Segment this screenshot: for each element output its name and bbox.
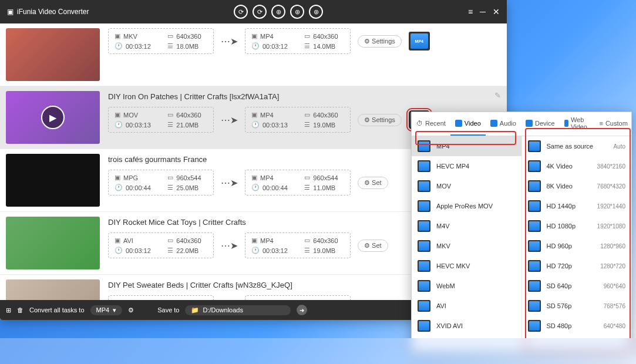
minimize-icon[interactable]: ─: [480, 7, 486, 16]
video-thumbnail[interactable]: [6, 217, 100, 269]
tab-recent[interactable]: ⏱ Recent: [412, 112, 450, 136]
format-icon: ▣: [251, 32, 257, 40]
size-icon: ☰: [167, 42, 173, 50]
format-option[interactable]: HEVC MP4: [412, 156, 521, 176]
settings-button[interactable]: ⚙ Settings: [358, 35, 402, 48]
close-icon[interactable]: ✕: [493, 7, 500, 16]
preset-icon: [528, 320, 541, 332]
format-option[interactable]: WebM: [412, 276, 521, 296]
settings-button[interactable]: ⚙ Set: [358, 177, 388, 189]
input-info: ▣MOV ▭640x360 🕐00:03:13 ☰21.0MB: [108, 107, 214, 133]
arrow-icon: ⋯➤: [221, 177, 238, 188]
output-info: ▣MP4 ▭640x360 🕐00:03:12 ☰19.0MB: [245, 232, 351, 258]
popup-tabs: ⏱ Recent Video Audio Device Web Video ≡ …: [412, 112, 631, 136]
windows-taskbar: [0, 338, 636, 364]
format-icon: ▣: [115, 111, 120, 119]
preset-icon: [528, 140, 541, 152]
open-folder-button[interactable]: ➜: [297, 305, 307, 315]
format-column: MP4HEVC MP4MOVApple ProRes MOVM4VMKVHEVC…: [412, 136, 522, 352]
toolbar-edit-icon[interactable]: ⊛: [290, 5, 304, 19]
format-option[interactable]: HEVC MKV: [412, 256, 521, 276]
settings-button[interactable]: ⚙ Settings: [358, 114, 402, 126]
format-option[interactable]: MOV: [412, 176, 521, 196]
edit-icon[interactable]: ✎: [494, 91, 501, 100]
size-icon: ☰: [304, 42, 310, 50]
duration-icon: 🕐: [251, 184, 260, 191]
resolution-icon: ▭: [167, 111, 173, 119]
preset-option[interactable]: HD 960p1280*960: [522, 236, 632, 256]
format-icon: [418, 260, 430, 272]
preset-icon: [528, 240, 541, 252]
arrow-icon: ⋯➤: [221, 114, 238, 126]
toolbar-convert-icon[interactable]: ⟳: [234, 5, 248, 19]
save-path[interactable]: 📁 D:/Downloads: [185, 305, 291, 315]
format-icon: ▣: [115, 32, 120, 40]
preset-icon: [528, 160, 541, 172]
arrow-icon: ⋯➤: [221, 36, 238, 47]
format-option[interactable]: MP4: [412, 136, 521, 156]
tab-video[interactable]: Video: [450, 112, 486, 136]
preset-option[interactable]: HD 720p1280*720: [522, 256, 632, 276]
toolbar-burn-icon[interactable]: ⊛: [271, 5, 285, 19]
size-icon: ☰: [304, 184, 310, 191]
format-icon: [418, 180, 430, 192]
duration-icon: 🕐: [251, 42, 260, 50]
size-icon: ☰: [304, 247, 310, 254]
format-option[interactable]: AVI: [412, 296, 521, 316]
preset-option[interactable]: HD 1440p1920*1440: [522, 196, 632, 216]
tab-device[interactable]: Device: [521, 112, 560, 136]
preset-icon: [528, 300, 541, 312]
video-thumbnail[interactable]: ▶: [6, 91, 100, 144]
duration-icon: 🕐: [115, 121, 123, 129]
tab-web[interactable]: Web Video: [560, 112, 595, 136]
settings-button[interactable]: ⚙ Set: [358, 240, 388, 252]
tab-custom[interactable]: ≡ Custom: [595, 112, 632, 136]
preset-option[interactable]: 8K Video7680*4320: [522, 176, 632, 196]
output-info: ▣MP4 ▭640x360 🕐00:05:38 ☰40.0MB: [245, 295, 351, 300]
format-icon: ▣: [115, 237, 120, 244]
format-icon: [418, 140, 430, 152]
save-to-label: Save to: [157, 306, 179, 314]
remove-file-icon[interactable]: 🗑: [17, 306, 23, 314]
toolbar-more-icon[interactable]: ⊛: [309, 5, 323, 19]
settings-gear-icon[interactable]: ⚙: [128, 306, 134, 314]
preset-option[interactable]: SD 480p640*480: [522, 316, 632, 336]
resolution-icon: ▭: [167, 299, 173, 300]
video-thumbnail[interactable]: [6, 279, 100, 300]
tab-audio[interactable]: Audio: [486, 112, 521, 136]
video-thumbnail[interactable]: [6, 28, 100, 81]
format-option[interactable]: XVID AVI: [412, 316, 521, 336]
convert-all-format[interactable]: MP4▾: [90, 305, 123, 315]
convert-all-label: Convert all tasks to: [29, 306, 85, 314]
format-icon: [418, 160, 430, 172]
conversion-item[interactable]: ▣MKV ▭640x360 🕐00:03:12 ☰18.0MB ⋯➤ ▣MP4 …: [0, 23, 507, 86]
size-icon: ☰: [167, 247, 173, 254]
preset-option[interactable]: SD 640p960*640: [522, 276, 632, 296]
preset-option[interactable]: HD 1080p1920*1080: [522, 216, 632, 236]
format-icon: ▣: [251, 174, 257, 181]
format-icon: ▣: [115, 174, 120, 181]
resolution-icon: ▭: [167, 237, 173, 244]
format-icon: ▣: [251, 111, 257, 119]
output-format-badge[interactable]: MP4: [409, 32, 430, 50]
preset-option[interactable]: 4K Video3840*2160: [522, 156, 632, 176]
menu-icon[interactable]: ≡: [468, 7, 473, 16]
resolution-icon: ▭: [167, 174, 173, 181]
format-option[interactable]: M4V: [412, 216, 521, 236]
format-icon: [418, 280, 430, 292]
preset-option[interactable]: Same as sourceAuto: [522, 136, 632, 156]
input-info: ▣MKV ▭640x360 🕐00:03:12 ☰18.0MB: [108, 28, 214, 54]
format-option[interactable]: Apple ProRes MOV: [412, 196, 521, 216]
video-thumbnail[interactable]: [6, 154, 100, 207]
app-logo-icon: ▣: [7, 8, 14, 16]
duration-icon: 🕐: [251, 121, 260, 129]
format-icon: ▣: [115, 299, 120, 300]
add-file-icon[interactable]: ⊞: [6, 306, 11, 314]
toolbar-download-icon[interactable]: ⟳: [253, 5, 267, 19]
format-popup: ⏱ Recent Video Audio Device Web Video ≡ …: [411, 112, 632, 352]
input-info: ▣FLV ▭640x360 🕐00:05:38 ☰30.0MB: [108, 295, 214, 300]
preset-option[interactable]: SD 576p768*576: [522, 296, 632, 316]
format-option[interactable]: MKV: [412, 236, 521, 256]
duration-icon: 🕐: [115, 247, 123, 254]
play-icon[interactable]: ▶: [41, 106, 65, 129]
